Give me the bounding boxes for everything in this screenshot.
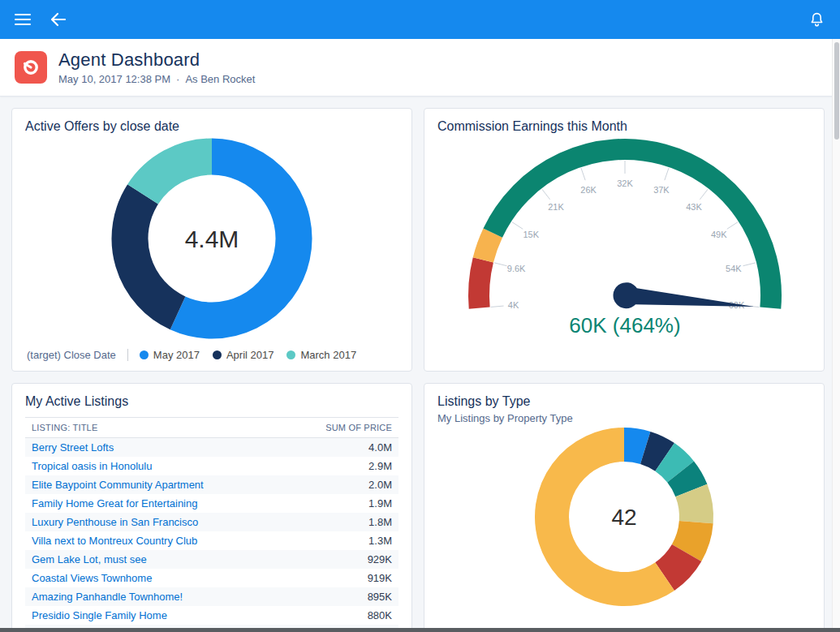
card-commission-earnings: Commission Earnings this Month 4K9.6K15K… bbox=[424, 108, 825, 372]
gauge-tick bbox=[542, 189, 550, 200]
listing-link[interactable]: Elite Baypoint Community Apartment bbox=[32, 479, 204, 491]
card-title-active-offers: Active Offers by close date bbox=[25, 118, 398, 135]
listings-table: LISTING: TITLE SUM OF PRICE Berry Street… bbox=[25, 417, 398, 632]
donut-slice[interactable] bbox=[130, 194, 178, 312]
gauge-tick bbox=[700, 189, 708, 200]
donut-slice[interactable] bbox=[645, 448, 665, 458]
dashboard-header: Agent Dashboard May 10, 2017 12:38 PM · … bbox=[0, 39, 840, 97]
listing-price: 4.0M bbox=[286, 438, 398, 458]
back-arrow-icon[interactable] bbox=[49, 10, 68, 29]
gauge-tick-label: 26K bbox=[580, 185, 597, 195]
listing-link[interactable]: Presidio Single Family Home bbox=[32, 609, 167, 621]
listing-row: Tropical oasis in Honolulu2.9M bbox=[25, 457, 398, 475]
legend-item[interactable]: March 2017 bbox=[286, 349, 356, 361]
legend-label: March 2017 bbox=[300, 349, 356, 361]
listing-price: 2.9M bbox=[286, 457, 398, 475]
listing-link[interactable]: Family Home Great for Entertaining bbox=[32, 497, 197, 509]
listing-row: Coastal Views Townhome919K bbox=[25, 569, 398, 587]
legend-divider bbox=[127, 349, 128, 361]
listing-link[interactable]: Amazing Panhandle Townhome! bbox=[32, 591, 183, 603]
card-title-commission: Commission Earnings this Month bbox=[437, 118, 811, 135]
legend-item[interactable]: April 2017 bbox=[213, 349, 274, 361]
column-header-price: SUM OF PRICE bbox=[286, 418, 398, 438]
gauge-tick-label: 37K bbox=[653, 185, 670, 195]
listing-link[interactable]: Villa next to Montreux Country Club bbox=[32, 535, 197, 547]
listing-link[interactable]: Luxury Penthouse in San Francisco bbox=[32, 516, 198, 528]
legend-title: (target) Close Date bbox=[27, 349, 116, 361]
column-header-title: LISTING: TITLE bbox=[25, 418, 286, 438]
listing-price: 1.8M bbox=[286, 513, 398, 531]
donut-slice[interactable] bbox=[143, 157, 212, 194]
legend-dot bbox=[140, 350, 149, 359]
global-nav-bar bbox=[0, 0, 840, 39]
listing-row: Villa next to Montreux Country Club1.3M bbox=[25, 531, 398, 550]
card-listings-by-type: Listings by Type My Listings by Property… bbox=[424, 383, 825, 632]
card-title-by-type: Listings by Type bbox=[437, 393, 811, 410]
gauge-tick bbox=[743, 263, 756, 266]
listing-row: Luxury Penthouse in San Francisco1.8M bbox=[25, 513, 398, 531]
legend-items: May 2017April 2017March 2017 bbox=[140, 349, 356, 361]
donut-slice[interactable] bbox=[691, 490, 696, 522]
gauge-tick bbox=[581, 168, 585, 180]
donut-slice[interactable] bbox=[665, 457, 680, 471]
listing-row: Amazing Panhandle Townhome!895K bbox=[25, 587, 398, 606]
donut-slice[interactable] bbox=[665, 553, 687, 577]
listing-row: Elite Baypoint Community Apartment2.0M bbox=[25, 475, 398, 494]
listing-price: 880K bbox=[286, 606, 398, 625]
gauge-tick bbox=[665, 168, 669, 180]
listing-link[interactable]: Gem Lake Lot, must see bbox=[32, 553, 147, 565]
subtitle-separator: · bbox=[176, 73, 179, 85]
listing-link[interactable]: Tropical oasis in Honolulu bbox=[32, 460, 152, 472]
active-offers-donut-chart[interactable]: 4.4M bbox=[33, 136, 390, 341]
gauge-band bbox=[483, 233, 493, 260]
menu-icon[interactable] bbox=[15, 14, 31, 25]
legend-dot bbox=[286, 350, 295, 359]
donut-slice[interactable] bbox=[624, 445, 645, 448]
donut-slice[interactable] bbox=[687, 522, 696, 553]
donut-center-value: 42 bbox=[611, 505, 636, 530]
gauge-tick bbox=[494, 263, 507, 266]
legend-item[interactable]: May 2017 bbox=[140, 349, 200, 361]
dashboard-timestamp: May 10, 2017 12:38 PM bbox=[58, 73, 170, 85]
dashboard-grid: Active Offers by close date 4.4M (target… bbox=[0, 97, 840, 632]
gauge-value-label: 60K (464%) bbox=[569, 313, 680, 337]
scrollbar-thumb[interactable] bbox=[834, 42, 839, 140]
listing-row: Family Home Great for Entertaining1.9M bbox=[25, 494, 398, 513]
listings-by-type-donut-chart[interactable]: 42 bbox=[446, 425, 803, 608]
gauge-tick-label: 43K bbox=[686, 202, 702, 212]
legend-label: May 2017 bbox=[153, 349, 200, 361]
running-user: As Ben Rocket bbox=[185, 73, 255, 85]
listing-price: 919K bbox=[286, 569, 398, 587]
commission-gauge-chart[interactable]: 4K9.6K15K21K26K32K37K43K49K54K60K60K (46… bbox=[437, 136, 812, 341]
window-bottom-edge bbox=[0, 628, 840, 632]
gauge-tick-label: 21K bbox=[548, 202, 564, 212]
gauge-tick bbox=[491, 306, 504, 307]
listing-price: 1.9M bbox=[286, 494, 398, 513]
listing-link[interactable]: Coastal Views Townhome bbox=[32, 572, 152, 584]
card-subtitle-by-type: My Listings by Property Type bbox=[437, 411, 811, 425]
gauge-tick-label: 54K bbox=[726, 264, 742, 273]
donut-center-value: 4.4M bbox=[185, 226, 239, 252]
gauge-tick-label: 9.6K bbox=[507, 264, 526, 273]
card-active-offers: Active Offers by close date 4.4M (target… bbox=[11, 108, 412, 372]
notifications-bell-icon[interactable] bbox=[808, 11, 825, 28]
page-scrollbar[interactable] bbox=[832, 39, 840, 628]
page-title: Agent Dashboard bbox=[58, 49, 255, 71]
donut-slice[interactable] bbox=[681, 472, 691, 491]
listing-price: 929K bbox=[286, 550, 398, 569]
gauge-tick-label: 49K bbox=[711, 230, 727, 239]
listing-price: 1.3M bbox=[286, 531, 398, 550]
dashboard-icon bbox=[15, 51, 47, 84]
listing-row: Gem Lake Lot, must see929K bbox=[25, 550, 398, 569]
listing-link[interactable]: Berry Street Lofts bbox=[32, 441, 114, 454]
gauge-tick bbox=[727, 222, 738, 230]
card-title-listings: My Active Listings bbox=[25, 393, 398, 410]
gauge-tick bbox=[512, 222, 523, 230]
close-date-legend: (target) Close Date May 2017April 2017Ma… bbox=[25, 349, 398, 361]
listings-table-header: LISTING: TITLE SUM OF PRICE bbox=[25, 418, 398, 438]
gauge-tick-label: 32K bbox=[617, 178, 633, 188]
listing-price: 2.0M bbox=[286, 475, 398, 494]
gauge-tick-label: 4K bbox=[508, 300, 519, 310]
card-my-active-listings: My Active Listings LISTING: TITLE SUM OF… bbox=[11, 383, 412, 632]
legend-label: April 2017 bbox=[226, 349, 274, 361]
